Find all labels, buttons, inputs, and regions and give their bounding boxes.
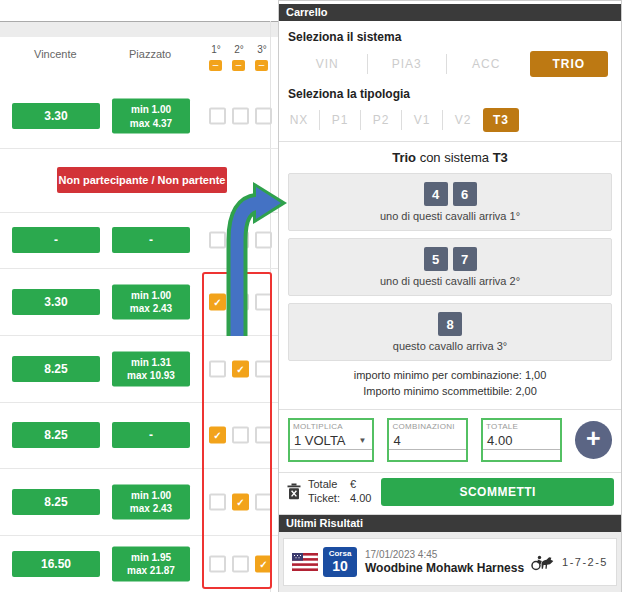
piazzato-odds-button[interactable]: - <box>112 422 190 448</box>
vincente-odds-button[interactable]: 16.50 <box>12 551 100 577</box>
table-row: 3.30 min 1.00 max 4.37 <box>0 84 278 149</box>
checkbox-3rd[interactable] <box>255 360 272 377</box>
system-label: Seleziona il sistema <box>288 30 612 44</box>
delete-ticket-icon[interactable] <box>286 483 302 500</box>
clear-col-2-button[interactable]: – <box>232 60 245 71</box>
tipologia-option-v1[interactable]: V1 <box>411 113 433 127</box>
col-piazzato: Piazzato <box>129 48 171 60</box>
checkbox-2nd[interactable] <box>232 293 249 310</box>
tipologia-option-t3-selected[interactable]: T3 <box>483 108 519 132</box>
vincente-odds-button[interactable]: 8.25 <box>12 489 100 515</box>
piazzato-odds-button[interactable]: min 1.00 max 2.43 <box>112 284 190 319</box>
chevron-down-icon: ▼ <box>359 436 367 445</box>
moltiplica-select[interactable]: MOLTIPLICA 1 VOLTA ▼ <box>288 418 374 462</box>
checkbox-2nd[interactable]: ✓ <box>232 360 249 377</box>
moltiplica-label: MOLTIPLICA <box>293 422 343 431</box>
input-underline <box>389 449 466 450</box>
group-caption: uno di questi cavalli arriva 1° <box>380 210 520 222</box>
results-header: Ultimi Risultati <box>279 515 621 532</box>
checkbox-2nd[interactable] <box>232 108 249 125</box>
system-options: VIN PIA3 ACC TRIO <box>288 50 612 78</box>
tipologia-option-p1[interactable]: P1 <box>329 113 351 127</box>
checkbox-1st[interactable]: ✓ <box>209 293 226 310</box>
table-top-band <box>0 21 278 37</box>
min-combo-line: importo minimo per combinazione: 1,00 <box>279 368 621 384</box>
piazzato-odds-button[interactable]: - <box>112 227 190 253</box>
piazzato-odds-button[interactable]: min 1.95 max 21.87 <box>112 546 190 581</box>
checkbox-1st[interactable] <box>209 360 226 377</box>
checkbox-3rd[interactable] <box>255 293 272 310</box>
col-vincente: Vincente <box>34 48 77 60</box>
separator <box>401 110 402 130</box>
bet-summary-mid: con sistema <box>420 150 489 165</box>
stake-inputs: MOLTIPLICA 1 VOLTA ▼ COMBINAZIONI 4 TOTA… <box>279 410 621 472</box>
race-datetime: 17/01/2023 4:45 <box>365 549 529 560</box>
tipologia-option-nx[interactable]: NX <box>288 113 310 127</box>
clear-col-3-button[interactable]: – <box>255 60 268 71</box>
divider <box>279 141 621 142</box>
totale-input[interactable]: TOTALE 4.00 <box>481 418 562 462</box>
checkbox-3rd[interactable]: ✓ <box>255 555 272 572</box>
ticket-total-amount: € 4.00 <box>350 478 371 506</box>
col-2nd: 2° <box>232 44 246 55</box>
table-row-banner: Non partecipante / Non partente <box>0 148 278 213</box>
vincente-odds-button[interactable]: - <box>12 227 100 253</box>
vincente-odds-button[interactable]: 8.25 <box>12 356 100 382</box>
piazzato-odds-button[interactable]: min 1.31 max 10.93 <box>112 351 190 386</box>
scommetti-button[interactable]: SCOMMETTI <box>381 478 614 506</box>
tipologia-options: NX P1 P2 V1 V2 T3 <box>288 107 612 133</box>
cart-panel: Carrello Seleziona il sistema VIN PIA3 A… <box>278 0 622 592</box>
max-odds: max 2.43 <box>130 302 172 316</box>
vincente-odds-button[interactable]: 8.25 <box>12 422 100 448</box>
checkbox-1st[interactable] <box>209 108 226 125</box>
corsa-badge: Corsa 10 <box>323 547 357 577</box>
min-odds: min 1.00 <box>131 488 171 502</box>
checkbox-3rd[interactable] <box>255 232 272 249</box>
table-row: - - <box>0 212 278 269</box>
min-odds: min 1.00 <box>131 288 171 302</box>
combinazioni-input[interactable]: COMBINAZIONI 4 <box>387 418 468 462</box>
harness-racing-icon <box>529 552 557 571</box>
clear-col-1-button[interactable]: – <box>209 60 222 71</box>
vincente-odds-button[interactable]: 3.30 <box>12 289 100 315</box>
results-section: Ultimi Risultati Corsa 10 17/01/2023 4:4 <box>279 514 621 592</box>
checkbox-2nd[interactable] <box>232 427 249 444</box>
separator <box>319 110 320 130</box>
totale-value: 4.00 <box>487 433 512 448</box>
system-option-acc[interactable]: ACC <box>447 57 526 71</box>
checkbox-1st[interactable] <box>209 493 226 510</box>
bet-system: T3 <box>493 150 508 165</box>
min-odds: min 1.31 <box>131 355 171 369</box>
race-info: 17/01/2023 4:45 Woodbine Mohawk Harness <box>365 549 529 575</box>
checkbox-2nd[interactable]: ✓ <box>232 493 249 510</box>
system-option-vin[interactable]: VIN <box>288 57 367 71</box>
piazzato-odds-button[interactable]: min 1.00 max 2.43 <box>112 484 190 519</box>
tipologia-option-v2[interactable]: V2 <box>452 113 474 127</box>
system-option-trio-selected[interactable]: TRIO <box>530 51 609 77</box>
separator <box>442 110 443 130</box>
ticket-total-label: Totale Ticket: <box>308 478 340 506</box>
system-option-pia3[interactable]: PIA3 <box>368 57 447 71</box>
ticket-total-row: Totale Ticket: € 4.00 SCOMMETTI <box>279 473 621 512</box>
min-odds: min 1.95 <box>131 550 171 564</box>
piazzato-odds-button[interactable]: min 1.00 max 4.37 <box>112 99 190 134</box>
checkbox-3rd[interactable] <box>255 108 272 125</box>
checkbox-1st[interactable] <box>209 232 226 249</box>
race-name: Woodbine Mohawk Harness <box>365 561 529 575</box>
tipologia-label: Seleziona la tipologia <box>288 87 612 101</box>
combinazioni-label: COMBINAZIONI <box>392 422 454 431</box>
table-row: 8.25 - ✓ <box>0 402 278 469</box>
horse-chip: 4 <box>424 182 448 206</box>
add-bet-button[interactable]: + <box>575 421 612 459</box>
checkbox-3rd[interactable] <box>255 427 272 444</box>
checkbox-2nd[interactable] <box>232 555 249 572</box>
checkbox-3rd[interactable] <box>255 493 272 510</box>
result-row[interactable]: Corsa 10 17/01/2023 4:45 Woodbine Mohawk… <box>283 538 617 586</box>
checkbox-1st[interactable] <box>209 555 226 572</box>
checkbox-2nd[interactable] <box>232 232 249 249</box>
vincente-odds-button[interactable]: 3.30 <box>12 103 100 129</box>
selection-group-1: 4 6 uno di questi cavalli arriva 1° <box>288 173 612 231</box>
selection-group-3: 8 questo cavallo arriva 3° <box>288 303 612 361</box>
tipologia-option-p2[interactable]: P2 <box>370 113 392 127</box>
checkbox-1st[interactable]: ✓ <box>209 427 226 444</box>
